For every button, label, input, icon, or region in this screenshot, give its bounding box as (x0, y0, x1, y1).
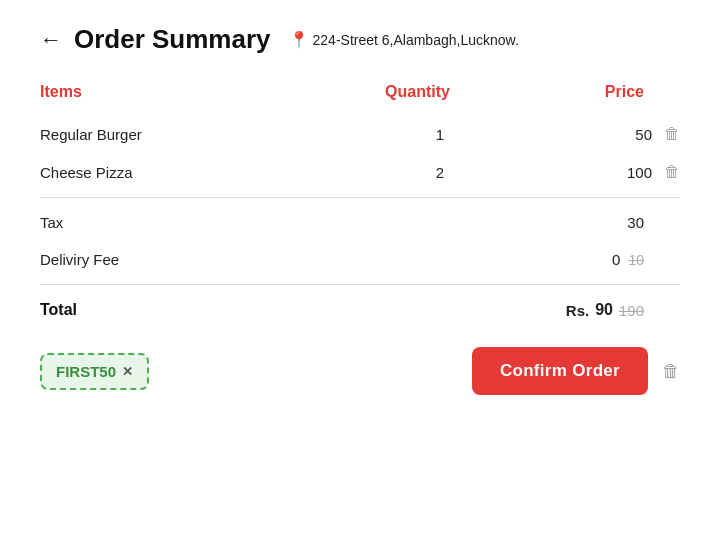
bottom-row: FIRST50 ✕ Confirm Order 🗑 (40, 347, 680, 395)
item-name: Regular Burger (40, 126, 360, 143)
coupon-close-icon[interactable]: ✕ (122, 364, 133, 379)
item-price-cell: 100 🗑 (520, 163, 680, 181)
total-amount: 90 (595, 301, 613, 319)
header: ← Order Summary 📍 224-Street 6,Alambagh,… (40, 24, 680, 55)
address-text: 224-Street 6,Alambagh,Lucknow. (313, 32, 519, 48)
item-price: 100 (627, 164, 652, 181)
divider-2 (40, 284, 680, 285)
pin-icon: 📍 (289, 30, 309, 49)
delete-item-icon[interactable]: 🗑 (664, 163, 680, 181)
fee-row-delivery: Deliviry Fee 0 10 (40, 241, 680, 278)
total-value-cell: Rs. 90 190 (443, 301, 680, 319)
divider-1 (40, 197, 680, 198)
item-price-cell: 50 🗑 (520, 125, 680, 143)
confirm-delete-icon[interactable]: 🗑 (662, 361, 680, 382)
confirm-section: Confirm Order 🗑 (472, 347, 680, 395)
item-qty: 1 (360, 126, 520, 143)
col-items-header: Items (40, 83, 342, 101)
fee-value-cell: 30 (443, 214, 680, 231)
total-label: Total (40, 301, 443, 319)
total-original: 190 (619, 302, 644, 319)
coupon-code: FIRST50 (56, 363, 116, 380)
address-container: 📍 224-Street 6,Alambagh,Lucknow. (289, 30, 519, 49)
table-row: Regular Burger 1 50 🗑 (40, 115, 680, 153)
fee-value-delivery: 0 (612, 251, 620, 268)
page-title: Order Summary (74, 24, 271, 55)
col-price-header: Price (493, 83, 680, 101)
total-prefix: Rs. (566, 302, 589, 319)
confirm-order-button[interactable]: Confirm Order (472, 347, 648, 395)
order-summary-page: ← Order Summary 📍 224-Street 6,Alambagh,… (0, 0, 720, 540)
back-button[interactable]: ← (40, 29, 62, 51)
coupon-tag[interactable]: FIRST50 ✕ (40, 353, 149, 390)
fee-value-cell-delivery: 0 10 (443, 251, 680, 268)
fee-value-tax: 30 (627, 214, 644, 231)
fee-row-tax: Tax 30 (40, 204, 680, 241)
table-header: Items Quantity Price (40, 83, 680, 111)
col-qty-header: Quantity (342, 83, 493, 101)
item-qty: 2 (360, 164, 520, 181)
delete-item-icon[interactable]: 🗑 (664, 125, 680, 143)
table-row: Cheese Pizza 2 100 🗑 (40, 153, 680, 191)
fee-label-delivery: Deliviry Fee (40, 251, 443, 268)
item-name: Cheese Pizza (40, 164, 360, 181)
total-row: Total Rs. 90 190 (40, 291, 680, 329)
fee-label-tax: Tax (40, 214, 443, 231)
fee-original-delivery: 10 (628, 252, 644, 268)
item-price: 50 (635, 126, 652, 143)
